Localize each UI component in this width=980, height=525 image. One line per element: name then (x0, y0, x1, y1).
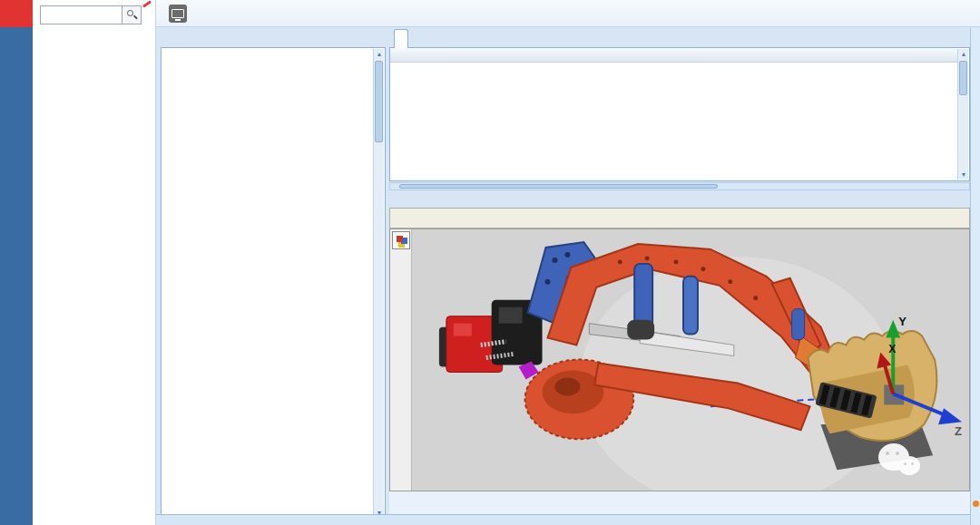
tree-scroll-thumb[interactable] (375, 61, 383, 142)
tab-doc-list[interactable] (394, 29, 408, 48)
table-hscrollbar[interactable] (389, 182, 970, 190)
review-actions-bar (389, 491, 970, 514)
module-sidebar (33, 0, 156, 525)
status-strip (156, 514, 980, 525)
search-input[interactable] (43, 7, 121, 23)
search-icon (127, 10, 133, 16)
directory-tree-panel: ▲ ▼ (161, 47, 386, 520)
scroll-up-icon[interactable]: ▲ (374, 49, 385, 59)
notification-dot (973, 501, 979, 507)
tree-scrollbar[interactable]: ▲ ▼ (373, 49, 384, 518)
axis-y-label: Y (898, 315, 906, 328)
wechat-watermark (878, 443, 944, 478)
main-area: ▲ ▼ ▲ ▼ (156, 0, 980, 525)
scroll-down-icon[interactable]: ▼ (958, 170, 969, 180)
header-bar (156, 0, 980, 27)
viewer-side-strip (390, 229, 412, 491)
plm-logo (0, 0, 33, 27)
viewer-toolbar (389, 208, 970, 228)
viewer-model-button[interactable] (392, 231, 410, 249)
table-hscroll-thumb[interactable] (399, 184, 718, 189)
pen-marker-icon (142, 0, 152, 7)
cad-viewer[interactable]: Y X Z (389, 228, 970, 491)
search-button[interactable] (122, 6, 141, 24)
axis-z-label: Z (955, 424, 962, 438)
app-rail (0, 0, 33, 525)
sidebar-search (40, 5, 142, 24)
table-scrollbar[interactable]: ▲ ▼ (957, 49, 968, 180)
axis-x-label: X (888, 343, 896, 355)
workspace-monitor-icon (169, 5, 187, 23)
table-scroll-thumb[interactable] (959, 61, 967, 95)
document-table: ▲ ▼ (389, 47, 970, 181)
window-right-scrollbar[interactable] (970, 28, 980, 525)
cubes-icon (397, 236, 403, 242)
wechat-bubble-small-icon (898, 456, 920, 475)
scroll-up-icon[interactable]: ▲ (958, 49, 969, 59)
